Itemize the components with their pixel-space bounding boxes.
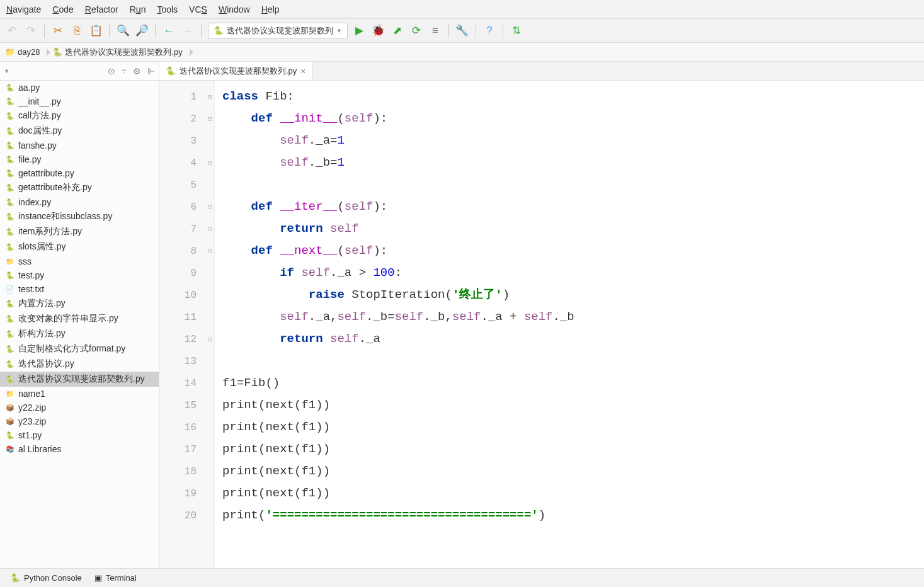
run-config-label: 迭代器协议实现斐波那契数列 xyxy=(227,25,333,37)
gear-icon[interactable]: ⚙ xyxy=(133,66,141,76)
file-item[interactable]: 📁name1 xyxy=(0,387,159,401)
file-item[interactable]: 🐍call方法.py xyxy=(0,108,159,123)
file-item[interactable]: 🐍迭代器协议实现斐波那契数列.py xyxy=(0,372,159,387)
vcs-icon[interactable]: ⇅ xyxy=(510,24,523,38)
code-line[interactable]: if self._a > 100: xyxy=(222,262,574,284)
code-editor[interactable]: 1⊟2⊟34⊟56⊟7⊟8⊟9101112⊟1314151617181920 c… xyxy=(159,81,924,568)
profile-icon[interactable]: ⟳ xyxy=(409,24,423,38)
collapse-icon[interactable]: ⊙ xyxy=(108,66,115,76)
code-line[interactable]: self._a=1 xyxy=(222,130,574,152)
file-item[interactable]: 🐍迭代器协议.py xyxy=(0,356,159,372)
copy-icon[interactable]: ⎘ xyxy=(70,24,84,38)
fold-icon[interactable]: ⊟ xyxy=(208,93,212,101)
menu-run[interactable]: Run xyxy=(130,4,146,14)
file-item[interactable]: 🐍instance和issubclass.py xyxy=(0,209,159,224)
code-line[interactable]: print(next(f1)) xyxy=(222,438,574,460)
file-item[interactable]: 🐍改变对象的字符串显示.py xyxy=(0,311,159,326)
file-item[interactable]: 🐍fanshe.py xyxy=(0,139,159,152)
cut-icon[interactable]: ✂ xyxy=(51,24,65,38)
line-number: 10 xyxy=(159,284,214,306)
undo-icon[interactable]: ↶ xyxy=(5,24,19,38)
file-item[interactable]: 🐍getattribute补充.py xyxy=(0,180,159,195)
python-icon: 🐍 xyxy=(5,374,15,384)
menu-code[interactable]: Code xyxy=(52,4,73,14)
breadcrumb-folder[interactable]: 📁 day28 xyxy=(0,43,47,61)
fold-icon[interactable]: ⊟ xyxy=(208,159,212,167)
menu-refactor[interactable]: Refactor xyxy=(85,4,118,14)
fold-icon[interactable]: ⊟ xyxy=(208,247,212,255)
file-item[interactable]: 🐍__init__.py xyxy=(0,94,159,108)
file-item[interactable]: 🐍getattribute.py xyxy=(0,166,159,180)
code-line[interactable]: return self xyxy=(222,218,574,240)
menu-vcs[interactable]: VCS xyxy=(189,4,207,14)
file-item[interactable]: 🐍st1.py xyxy=(0,428,159,442)
code-line[interactable]: print(next(f1)) xyxy=(222,394,574,416)
forward-icon[interactable]: → xyxy=(181,24,195,38)
code-line[interactable]: print(next(f1)) xyxy=(222,460,574,482)
menu-navigate[interactable]: Navigate xyxy=(6,4,41,14)
menu-tools[interactable]: Tools xyxy=(157,4,178,14)
code-line[interactable]: class Fib: xyxy=(222,86,574,108)
code-line[interactable]: self._b=1 xyxy=(222,152,574,174)
code-area[interactable]: class Fib: def __init__(self): self._a=1… xyxy=(215,81,582,568)
file-item[interactable]: 📄test.txt xyxy=(0,282,159,296)
file-item[interactable]: 🐍析构方法.py xyxy=(0,326,159,341)
code-line[interactable]: def __next__(self): xyxy=(222,240,574,262)
stop-icon[interactable]: ≡ xyxy=(428,24,442,38)
line-number: 20 xyxy=(159,504,214,527)
file-item[interactable]: 🐍doc属性.py xyxy=(0,123,159,139)
back-icon[interactable]: ← xyxy=(162,24,176,38)
close-icon[interactable]: × xyxy=(300,66,305,76)
file-item[interactable]: 📁sss xyxy=(0,254,159,268)
zoom-in-icon[interactable]: 🔍 xyxy=(116,24,130,38)
line-number: 19 xyxy=(159,482,214,504)
file-item[interactable]: 📦y23.zip xyxy=(0,414,159,428)
debug-icon[interactable]: 🐞 xyxy=(372,24,385,38)
file-item-label: 内置方法.py xyxy=(18,298,66,309)
code-line[interactable]: print('=================================… xyxy=(222,504,574,527)
fold-icon[interactable]: ⊟ xyxy=(208,225,212,233)
code-line[interactable] xyxy=(222,174,574,196)
file-item[interactable]: 📚al Libraries xyxy=(0,442,159,456)
file-item[interactable]: 🐍file.py xyxy=(0,152,159,166)
python-console-tab[interactable]: 🐍 Python Console xyxy=(10,573,82,583)
menu-window[interactable]: Window xyxy=(219,4,250,14)
editor-tab[interactable]: 🐍 迭代器协议实现斐波那契数列.py × xyxy=(159,62,313,80)
coverage-icon[interactable]: ⬈ xyxy=(391,24,404,38)
code-line[interactable] xyxy=(222,350,574,372)
code-line[interactable]: print(next(f1)) xyxy=(222,482,574,504)
tools-icon[interactable]: 🔧 xyxy=(455,24,469,38)
menu-help[interactable]: Help xyxy=(261,4,280,14)
help-icon[interactable]: ? xyxy=(482,24,496,38)
file-item[interactable]: 🐍item系列方法.py xyxy=(0,224,159,239)
file-item[interactable]: 🐍slots属性.py xyxy=(0,239,159,254)
file-item[interactable]: 🐍aa.py xyxy=(0,81,159,94)
file-item-label: doc属性.py xyxy=(18,125,62,137)
paste-icon[interactable]: 📋 xyxy=(89,24,103,38)
code-line[interactable]: print(next(f1)) xyxy=(222,416,574,438)
terminal-tab[interactable]: ▣ Terminal xyxy=(94,573,137,583)
file-item[interactable]: 🐍index.py xyxy=(0,195,159,209)
chevron-down-icon[interactable]: ▼ xyxy=(4,68,9,74)
code-line[interactable]: f1=Fib() xyxy=(222,372,574,394)
fold-icon[interactable]: ⊟ xyxy=(208,203,212,211)
fold-icon[interactable]: ⊟ xyxy=(208,115,212,123)
zoom-out-icon[interactable]: 🔎 xyxy=(135,24,149,38)
code-line[interactable]: raise StopIteration('终止了') xyxy=(222,284,574,306)
code-line[interactable]: self._a,self._b=self._b,self._a + self._… xyxy=(222,306,574,328)
python-icon: 🐍 xyxy=(5,111,15,121)
file-item[interactable]: 🐍自定制格式化方式format.py xyxy=(0,341,159,356)
code-line[interactable]: def __iter__(self): xyxy=(222,196,574,218)
file-item[interactable]: 📦y22.zip xyxy=(0,401,159,414)
run-icon[interactable]: ▶ xyxy=(353,24,367,38)
run-config-selector[interactable]: 🐍 迭代器协议实现斐波那契数列 ▼ xyxy=(208,23,348,39)
hide-icon[interactable]: ⊩ xyxy=(147,66,155,76)
locate-icon[interactable]: ÷ xyxy=(122,66,127,76)
code-line[interactable]: def __init__(self): xyxy=(222,108,574,130)
redo-icon[interactable]: ↷ xyxy=(24,24,38,38)
file-item[interactable]: 🐍内置方法.py xyxy=(0,296,159,311)
breadcrumb-file[interactable]: 🐍 迭代器协议实现斐波那契数列.py xyxy=(47,43,190,61)
file-item[interactable]: 🐍test.py xyxy=(0,268,159,282)
code-line[interactable]: return self._a xyxy=(222,328,574,350)
fold-icon[interactable]: ⊟ xyxy=(208,335,212,343)
